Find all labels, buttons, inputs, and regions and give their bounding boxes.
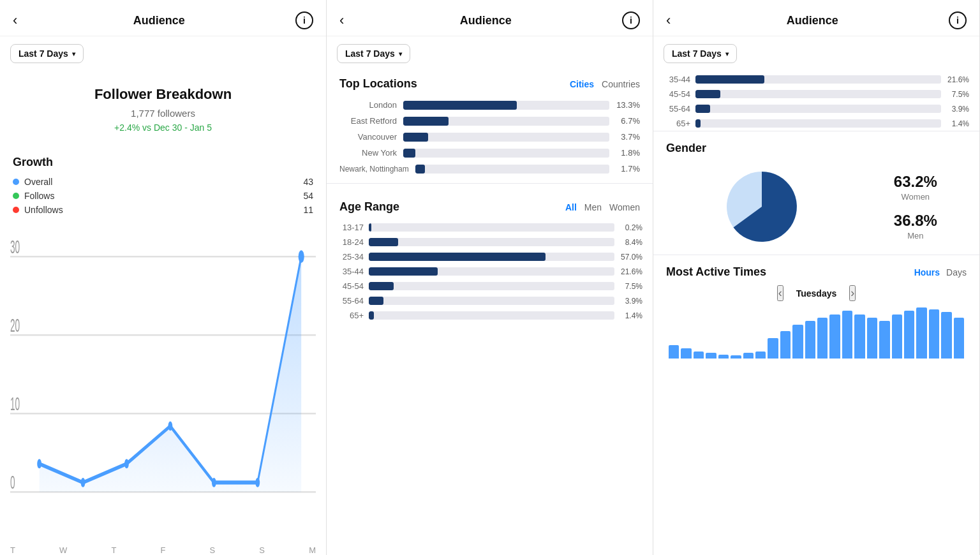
list-item: 65+ 1.4% <box>327 308 653 323</box>
list-item: 45-54 7.5% <box>653 87 979 101</box>
tab-countries[interactable]: Countries <box>602 79 640 89</box>
list-item: 55-64 3.9% <box>327 293 653 308</box>
hours-chart <box>666 307 967 359</box>
age-bars: 13-17 0.2% 18-24 8.4% 25-34 57.0% 35-44 … <box>327 220 653 323</box>
date-range-dropdown-2[interactable]: Last 7 Days ▾ <box>337 44 410 63</box>
tab-all[interactable]: All <box>565 202 577 212</box>
next-day-button[interactable]: › <box>849 285 856 301</box>
list-item: London 13.3% <box>327 97 653 113</box>
svg-point-13 <box>212 478 216 487</box>
back-button-2[interactable]: ‹ <box>339 13 349 27</box>
list-item: 13-17 0.2% <box>327 220 653 235</box>
hour-bar-5 <box>731 355 741 359</box>
svg-point-9 <box>37 459 41 469</box>
gender-chart-row: 63.2% Women 36.8% Men <box>666 165 967 248</box>
hour-bar-19 <box>904 311 914 359</box>
follows-label: Follows <box>24 191 54 201</box>
unfollows-value: 11 <box>303 205 313 215</box>
list-item: 55-64 3.9% <box>653 101 979 116</box>
overall-label: Overall <box>24 177 52 187</box>
active-times-title: Most Active Times <box>666 265 766 279</box>
list-item: 35-44 21.6% <box>653 72 979 87</box>
unfollows-label: Unfollows <box>24 205 63 215</box>
svg-text:10: 10 <box>10 393 20 414</box>
panel-1-header: ‹ Audience i <box>0 0 326 36</box>
legend-unfollows: Unfollows 11 <box>13 205 313 215</box>
women-percentage: 63.2% <box>894 173 937 191</box>
panel-1-title: Audience <box>22 14 295 27</box>
hour-bar-20 <box>916 307 926 359</box>
info-button-2[interactable]: i <box>622 11 640 29</box>
hour-bar-12 <box>817 318 828 359</box>
back-button-3[interactable]: ‹ <box>666 13 676 27</box>
gender-stats: 63.2% Women 36.8% Men <box>871 173 960 241</box>
legend-follows: Follows 54 <box>13 191 313 201</box>
unfollows-dot <box>13 207 19 213</box>
panel-3-header: ‹ Audience i <box>653 0 979 36</box>
date-range-dropdown-3[interactable]: Last 7 Days ▾ <box>664 44 737 63</box>
hour-bar-2 <box>694 352 704 359</box>
tab-men[interactable]: Men <box>584 202 602 212</box>
hour-bar-14 <box>842 311 852 359</box>
women-stat: 63.2% Women <box>894 173 937 202</box>
hour-bar-13 <box>829 314 840 359</box>
info-button-1[interactable]: i <box>295 11 313 29</box>
chevron-down-icon: ▾ <box>72 50 75 57</box>
follows-dot <box>13 193 19 199</box>
men-stat: 36.8% Men <box>894 212 937 241</box>
most-active-times-section: Most Active Times Hours Days ‹ Tuesdays … <box>653 255 979 359</box>
panel-2: ‹ Audience i Last 7 Days ▾ Top Locations… <box>327 0 653 555</box>
list-item: Newark, Nottingham 1.7% <box>327 161 653 177</box>
prev-day-button[interactable]: ‹ <box>777 285 783 301</box>
location-tabs: Cities Countries <box>570 79 640 89</box>
top-locations-header: Top Locations Cities Countries <box>327 67 653 97</box>
dropdown-row-1: Last 7 Days ▾ <box>0 36 326 67</box>
hour-bar-17 <box>879 321 889 359</box>
active-times-header: Most Active Times Hours Days <box>666 265 967 279</box>
tab-women[interactable]: Women <box>609 202 640 212</box>
panel-2-header: ‹ Audience i <box>327 0 653 36</box>
men-label: Men <box>894 231 937 241</box>
overall-value: 43 <box>303 177 313 187</box>
back-button-1[interactable]: ‹ <box>13 13 22 27</box>
hour-bar-8 <box>768 338 778 359</box>
hour-bar-16 <box>867 318 877 359</box>
tab-cities[interactable]: Cities <box>570 79 594 89</box>
panel-2-scroll[interactable]: Top Locations Cities Countries London 13… <box>327 67 653 555</box>
hour-bar-22 <box>941 312 951 359</box>
follower-breakdown-title: Follower Breakdown <box>13 86 313 103</box>
age-range-header: Age Range All Men Women <box>327 190 653 220</box>
date-range-dropdown-1[interactable]: Last 7 Days ▾ <box>10 44 84 63</box>
pie-container <box>672 165 852 248</box>
list-item: New York 1.8% <box>327 145 653 161</box>
list-item: 18-24 8.4% <box>327 235 653 249</box>
info-button-3[interactable]: i <box>949 11 967 29</box>
top-locations-title: Top Locations <box>339 77 417 91</box>
follows-value: 54 <box>303 191 313 201</box>
tab-hours[interactable]: Hours <box>914 267 940 278</box>
svg-point-12 <box>168 422 172 431</box>
chevron-down-icon-2: ▾ <box>399 50 402 57</box>
divider-1 <box>327 183 653 184</box>
active-times-tabs: Hours Days <box>914 267 967 278</box>
gender-pie-chart <box>720 165 803 248</box>
panel-1: ‹ Audience i Last 7 Days ▾ Follower Brea… <box>0 0 327 555</box>
hour-bar-10 <box>792 325 803 359</box>
growth-chart-svg: 30 20 10 0 <box>10 225 316 539</box>
overall-dot <box>13 179 19 185</box>
list-item: 65+ 1.4% <box>653 116 979 131</box>
chart-x-labels: T W T F S S M <box>0 545 326 555</box>
list-item: Vancouver 3.7% <box>327 129 653 145</box>
panel-2-title: Audience <box>349 14 622 27</box>
growth-chart: 30 20 10 0 <box>0 219 326 545</box>
hour-bar-15 <box>854 314 865 359</box>
women-label: Women <box>894 192 937 202</box>
hour-bar-21 <box>929 309 939 359</box>
age-tabs: All Men Women <box>565 202 640 212</box>
svg-point-14 <box>255 478 260 487</box>
follower-breakdown-section: Follower Breakdown 1,777 followers +2.4%… <box>0 67 326 145</box>
hour-bar-7 <box>755 352 766 359</box>
tab-days[interactable]: Days <box>946 267 967 278</box>
day-navigation: ‹ Tuesdays › <box>666 285 967 301</box>
hour-bar-11 <box>805 321 815 359</box>
